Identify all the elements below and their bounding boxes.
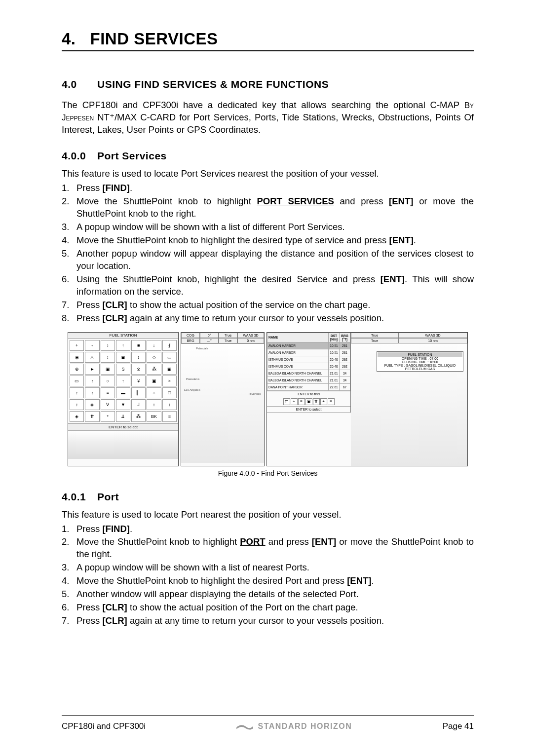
- panel2-header2: BRG ---° True 0 nm: [181, 338, 264, 343]
- service-icon: ※: [131, 364, 146, 375]
- service-icon: ↓: [147, 340, 161, 351]
- panel2-header: COG 0° True WAAS 3D: [181, 333, 264, 338]
- section-num: 4.0: [62, 78, 97, 90]
- figure-panel-services-grid: FUEL STATION +◦↕↑■↓∮◉△↕▣↕◇▭⊕►▣S※⁂▣▭↑○↑¥▣…: [68, 332, 179, 466]
- service-icon: □: [162, 387, 177, 398]
- subsection-4-0-0-intro: This feature is used to locate Port Serv…: [62, 168, 474, 180]
- service-icon: ▣: [101, 364, 115, 375]
- subsection-4-0-1-intro: This feature is used to locate Port near…: [62, 509, 474, 521]
- service-icon: +: [70, 340, 84, 351]
- panel3-right: True WAAS 3D True 10 nm FUEL STATION OPE…: [351, 333, 467, 466]
- step-item: Press [FIND].: [62, 523, 474, 535]
- service-icon: ↕: [70, 399, 84, 410]
- service-icon: ↑: [116, 340, 130, 351]
- figure-panel-results: NAME DST [Nm] BRG [°T] AVALON HARBOR10.5…: [266, 332, 468, 466]
- service-icon: ↑: [116, 376, 130, 386]
- panel1-footer: ENTER to select: [68, 423, 178, 430]
- figure-4-0-0: FUEL STATION +◦↕↑■↓∮◉△↕▣↕◇▭⊕►▣S※⁂▣▭↑○↑¥▣…: [62, 332, 474, 477]
- chapter-num: 4.: [62, 30, 76, 48]
- table-row: ISTHMUS COVE20.40292: [267, 363, 350, 370]
- step-item: A popup window will be shown with a list…: [62, 221, 474, 233]
- table-row: BALBOA ISLAND NORTH CHANNEL21.0134: [267, 377, 350, 383]
- step-item: Move the ShuttlePoint knob to highlight …: [62, 195, 474, 220]
- service-icon: ↕: [70, 387, 84, 398]
- subsection-name: Port Services: [97, 150, 167, 161]
- service-icon: ◈: [85, 399, 99, 410]
- table-row: AVALON HARBOR10.51281: [267, 342, 350, 349]
- subsection-num: 4.0.1: [62, 491, 97, 503]
- section-4-0-title: 4.0USING FIND SERVICES & MORE FUNCTIONS: [62, 78, 474, 90]
- service-icon: ▭: [70, 376, 84, 386]
- step-item: Press [FIND].: [62, 182, 474, 194]
- steps-4-0-1: Press [FIND].Move the ShuttlePoint knob …: [62, 523, 474, 628]
- step-item: Another window will appear displaying th…: [62, 588, 474, 601]
- panel1-header: FUEL STATION: [68, 333, 178, 339]
- horizon-logo-icon: [236, 722, 254, 731]
- step-item: Press [CLR] again at any time to return …: [62, 312, 474, 325]
- section-name: USING FIND SERVICES & MORE FUNCTIONS: [97, 78, 329, 90]
- chapter-title: 4. FIND SERVICES: [62, 30, 474, 48]
- service-icon: ∀: [101, 399, 115, 410]
- service-icon: ◇: [147, 352, 161, 363]
- service-icon: ≡: [101, 387, 115, 398]
- section-4-0-body: The CPF180i and CPF300i have a dedicated…: [62, 99, 474, 136]
- service-icon: ↕: [147, 399, 161, 410]
- service-icon: ▣: [162, 364, 177, 375]
- service-icon: ■: [131, 340, 146, 351]
- table-row: AVALON HARBOR10.51281: [267, 349, 350, 356]
- footer-left: CPF180i and CPF300i: [62, 721, 146, 731]
- service-icon: ⇊: [116, 411, 130, 422]
- subsection-4-0-0-title: 4.0.0Port Services: [62, 150, 474, 162]
- service-icon: ▬: [116, 387, 130, 398]
- service-icon: ↕: [101, 340, 115, 351]
- footer-right: Page 41: [443, 721, 474, 731]
- figure-caption: Figure 4.0.0 - Find Port Services: [62, 469, 474, 477]
- service-icon: △: [85, 352, 99, 363]
- results-table: NAME DST [Nm] BRG [°T] AVALON HARBOR10.5…: [267, 333, 350, 391]
- step-item: Move the ShuttlePoint knob to highlight …: [62, 234, 474, 247]
- step-item: Press [CLR] again at any time to return …: [62, 615, 474, 627]
- panel2-map: Palmdale Pasadena Los Angeles Riverside: [181, 343, 264, 463]
- service-icon: ▣: [147, 376, 161, 386]
- table-row: DANA POINT HARBOR22.6167: [267, 383, 350, 390]
- service-icon: ◦: [85, 340, 99, 351]
- step-item: Using the ShuttlePoint knob, highlight t…: [62, 273, 474, 298]
- fuel-station-infobox: FUEL STATION OPENING TIME : 07:00 CLOSIN…: [377, 351, 463, 372]
- service-icon: S: [116, 364, 130, 375]
- steps-4-0-0: Press [FIND].Move the ShuttlePoint knob …: [62, 182, 474, 325]
- step-item: Press [CLR] to show the actual position …: [62, 602, 474, 614]
- service-icon: ↕: [101, 352, 115, 363]
- step-item: A popup window will be shown with a list…: [62, 562, 474, 574]
- service-icon: ≡: [162, 411, 177, 422]
- service-icon: ◉: [70, 352, 84, 363]
- service-icon: ×: [162, 376, 177, 386]
- service-icon: ○: [101, 376, 115, 386]
- service-icon: ¥: [131, 376, 146, 386]
- service-icon: *: [101, 411, 115, 422]
- icon-grid: +◦↕↑■↓∮◉△↕▣↕◇▭⊕►▣S※⁂▣▭↑○↑¥▣×↕↕≡▬▎↔□↕◈∀▼⅃…: [68, 339, 178, 423]
- service-icon: ▎: [131, 387, 146, 398]
- figure-panel-map: COG 0° True WAAS 3D BRG ---° True 0 nm P…: [181, 332, 265, 466]
- subsection-name: Port: [97, 491, 119, 502]
- service-icon: ⇈: [85, 411, 99, 422]
- page-footer: CPF180i and CPF300i STANDARD HORIZON Pag…: [62, 715, 474, 731]
- service-icon: BK: [147, 411, 161, 422]
- step-item: Another popup window will appear display…: [62, 248, 474, 272]
- service-icon: ∮: [162, 340, 177, 351]
- chapter-name: FIND SERVICES: [90, 30, 218, 48]
- service-icon: ↕: [131, 352, 146, 363]
- chapter-rule: [62, 50, 474, 51]
- panel3-left: NAME DST [Nm] BRG [°T] AVALON HARBOR10.5…: [267, 333, 351, 413]
- step-item: Move the ShuttlePoint knob to highlight …: [62, 536, 474, 561]
- service-icon: ⅃: [131, 399, 146, 410]
- service-icon: ▼: [116, 399, 130, 410]
- table-row: BALBOA ISLAND NORTH CHANNEL21.0134: [267, 370, 350, 377]
- table-row: ISTHMUS COVE20.40292: [267, 356, 350, 363]
- service-icon: ↑: [85, 376, 99, 386]
- footer-logo: STANDARD HORIZON: [236, 722, 352, 731]
- panel1-map: [68, 430, 178, 459]
- service-icon: ↕: [85, 387, 99, 398]
- service-icon: ⁂: [147, 364, 161, 375]
- service-icon: ◈: [70, 411, 84, 422]
- service-icon: ⊕: [70, 364, 84, 375]
